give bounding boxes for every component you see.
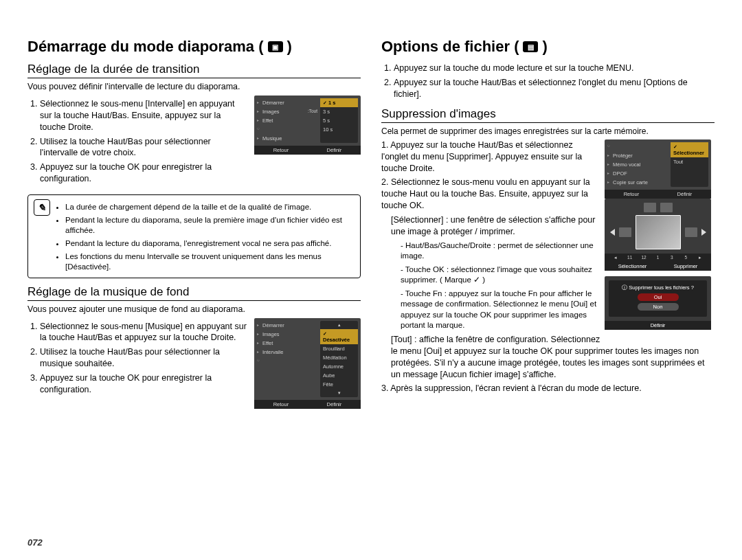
lcdR1-left-2: Mémo vocal [607, 160, 668, 169]
r-intro-2: Appuyez sur la touche Haut/Bas et sélect… [394, 77, 715, 100]
left-column: Démarrage du mode diaporama ( ▣ ) Réglag… [27, 38, 361, 409]
lcd2-footer-set: Définir [327, 401, 342, 407]
lcd2-opt-1: Brouillard [320, 344, 358, 353]
nav-right-icon [701, 229, 706, 236]
paren-close: ) [287, 38, 292, 56]
r-intro-1: Appuyez sur la touche du mode lecture et… [394, 63, 715, 74]
lcdR1-left-1: Protéger [607, 151, 668, 160]
num-1: 12 [637, 255, 651, 260]
right-intro-steps: Appuyez sur la touche du mode lecture et… [381, 63, 715, 100]
right-screens-stack: Protéger Mémo vocal DPOF Copie sur carte… [605, 139, 715, 335]
thumb-select-screen: ◂ 11 12 1 3 5 ▸ Sélectionner Supprimer [605, 199, 711, 271]
num-0: 11 [622, 255, 636, 260]
note-2: Pendant la lecture du diaporama, l'enreg… [65, 238, 355, 249]
lcd2-left-2: Effet [257, 339, 317, 348]
lcd1-opt-0: 1 s [320, 98, 358, 107]
dialog-oui-button: Oui [638, 293, 679, 301]
left-heading: Démarrage du mode diaporama ( ▣ ) [27, 38, 361, 56]
lcd2-opt-4: Aube [320, 371, 358, 380]
page-number: 072 [27, 537, 43, 548]
lcd1-left-0: Démarrer [257, 98, 317, 107]
lcd2-left-3: Intervalle [257, 348, 317, 357]
lcd1-opt-2: 5 s [320, 116, 358, 125]
thumb-footer-delete: Supprimer [674, 263, 698, 269]
thumb-top-1 [644, 203, 656, 212]
sec2-steps: Sélectionnez le sous-menu [Musique] en a… [27, 321, 249, 396]
slideshow-icon: ▣ [268, 41, 283, 52]
lcd2-left-1: Images [257, 330, 317, 339]
thumb-top-2 [660, 203, 673, 212]
lcd2-left-4 [257, 357, 317, 366]
lcd-intervalle: Démarrer Images:Tout Effet Musique 1 s 3… [254, 96, 361, 155]
lcdR1-footer-set: Définir [677, 191, 693, 197]
r-step3: 3. Après la suppression, l'écran revient… [381, 383, 715, 394]
tout-label: [Tout] : affiche la fenêtre de configura… [391, 334, 715, 381]
lcd1-left-1: Images:Tout [257, 107, 317, 116]
dialog-footer: Définir [651, 322, 666, 328]
thumb-footer-select: Sélectionner [618, 263, 647, 269]
lcd1-opt-1: 3 s [320, 107, 358, 116]
sec1-title: Réglage de la durée de transition [27, 63, 361, 78]
confirm-dialog-screen: ⓘ Supprimer tous les fichiers ? Oui Non … [605, 276, 711, 330]
lcd1-left-3 [257, 125, 317, 134]
confirm-dialog: ⓘ Supprimer tous les fichiers ? Oui Non [609, 280, 707, 317]
sec2-step1: Sélectionnez le sous-menu [Musique] en a… [40, 321, 249, 344]
sec1-step2: Utilisez la touche Haut/Bas pour sélecti… [40, 136, 249, 159]
lcdR1-opt-1: Tout [671, 157, 708, 166]
r-sec1-title: Suppression d'images [381, 107, 715, 123]
num-4: 5 [679, 255, 693, 260]
lcd2-footer-back: Retour [273, 401, 289, 407]
note-3: Les fonctions du menu Intervalle se trou… [65, 251, 355, 272]
lcd2-opt-2: Méditation [320, 353, 358, 362]
sec1-intro: Vous pouvez définir l'intervalle de lect… [27, 81, 361, 93]
lcd1-left-2: Effet [257, 116, 317, 125]
num-2: 1 [651, 255, 664, 260]
lcdR1-left-0 [607, 142, 668, 151]
nav-left-icon [610, 229, 615, 236]
lcd-supprimer-menu: Protéger Mémo vocal DPOF Copie sur carte… [605, 139, 711, 199]
lcdR1-left-3: DPOF [607, 169, 668, 178]
lcd-musique: Démarrer Images Effet Intervalle ▴ Désac… [254, 318, 361, 409]
sec1-step3: Appuyez sur la touche OK pour enregistre… [40, 161, 249, 185]
lcd1-opt-3: 10 s [320, 125, 358, 134]
right-column: Options de ﬁchier ( ▤ ) Appuyez sur la t… [381, 38, 715, 409]
file-options-icon: ▤ [523, 41, 538, 52]
lcd1-footer-back: Retour [273, 147, 289, 153]
lcd2-left-0: Démarrer [257, 321, 317, 330]
note-icon: ✎ [34, 199, 50, 216]
sec2-title: Réglage de la musique de fond [27, 285, 361, 301]
lcdR1-footer-back: Retour [624, 191, 640, 197]
right-heading: Options de ﬁchier ( ▤ ) [381, 38, 715, 56]
lcd1-left-4: Musique [257, 134, 317, 143]
num-3: 3 [665, 255, 679, 260]
note-1: Pendant la lecture du diaporama, seule l… [65, 215, 355, 236]
lcd2-opt-0: Désactivée [320, 329, 358, 344]
thumb-mid-1 [619, 227, 631, 237]
r-sec1-intro: Cela permet de supprimer des images enre… [381, 126, 715, 137]
paren-close-r: ) [542, 38, 547, 56]
left-heading-text: Démarrage du mode diaporama ( [27, 38, 264, 56]
sec1-step1: Sélectionnez le sous-menu [Intervalle] e… [40, 98, 249, 133]
lcd1-footer-set: Définir [327, 147, 342, 153]
dialog-non-button: Non [638, 303, 679, 311]
lcdR1-opt-0: Sélectionner [671, 142, 708, 157]
note-box: ✎ La durée de chargement dépend de la ta… [27, 194, 361, 278]
thumb-selected [636, 215, 681, 249]
thumb-mid-2 [685, 227, 697, 237]
sec1-steps: Sélectionnez le sous-menu [Intervalle] e… [27, 98, 249, 185]
sec2-step3: Appuyez sur la touche OK pour enregistre… [40, 372, 249, 396]
lcd2-opt-3: Automne [320, 362, 358, 371]
sec2-step2: Utilisez la touche Haut/Bas pour sélecti… [40, 346, 249, 370]
lcdR1-left-4: Copie sur carte [607, 178, 668, 187]
note-0: La durée de chargement dépend de la tail… [65, 202, 355, 212]
sec2-intro: Vous pouvez ajouter une musique de fond … [27, 304, 361, 315]
dialog-question: Supprimer tous les fichiers ? [629, 284, 694, 291]
right-heading-text: Options de ﬁchier ( [381, 38, 519, 56]
lcd2-opt-5: Fête [320, 380, 358, 389]
